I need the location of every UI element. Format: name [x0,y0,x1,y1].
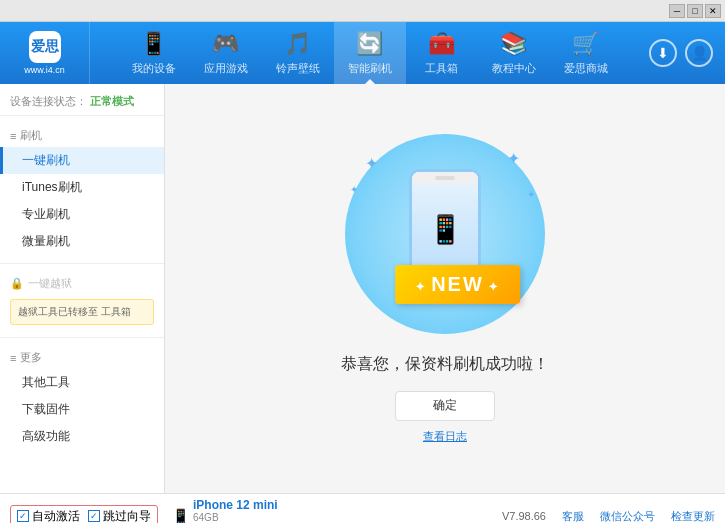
sidebar-item-micro-flash[interactable]: 微量刷机 [0,228,164,255]
my-device-icon: 📱 [140,31,167,57]
sidebar: 设备连接状态： 正常模式 ≡ 刷机 一键刷机 iTunes刷机 专业刷机 微量刷… [0,84,165,493]
apps-games-icon: 🎮 [212,31,239,57]
nav-item-label-ringtone: 铃声壁纸 [276,61,320,76]
nav-item-my-device[interactable]: 📱 我的设备 [118,22,190,84]
nav-item-toolbox[interactable]: 🧰 工具箱 [406,22,478,84]
shop-icon: 🛒 [572,31,599,57]
status-right: V7.98.66 客服 微信公众号 检查更新 [288,509,715,524]
sparkle-3: ✦ [350,184,358,195]
sidebar-item-download-firmware[interactable]: 下载固件 [0,396,164,423]
sparkle-2: ✦ [507,149,520,168]
sidebar-item-other-tools[interactable]: 其他工具 [0,369,164,396]
lock-icon: 🔒 [10,277,24,290]
auto-activate-checkbox[interactable]: ✓ [17,510,29,522]
nav-item-label-shop: 爱思商城 [564,61,608,76]
go-back-link[interactable]: 查看日志 [423,429,467,444]
device-status: 设备连接状态： 正常模式 [0,88,164,116]
content-area: ✦ ✦ ✦ ✦ 📱 NEW 恭喜您，保资料刷机成功啦！ 确定 查看日志 [165,84,725,493]
auto-activate-label[interactable]: ✓ 自动激活 [17,508,80,524]
wechat-link[interactable]: 微信公众号 [600,509,655,524]
nav-item-tutorial[interactable]: 📚 教程中心 [478,22,550,84]
logo-text: www.i4.cn [24,65,65,75]
phone-screen: 📱 [412,184,478,276]
nav-item-label-tutorial: 教程中心 [492,61,536,76]
section-header-flash: ≡ 刷机 [0,124,164,147]
confirm-button[interactable]: 确定 [395,391,495,421]
sparkle-4: ✦ [527,189,535,200]
sidebar-section-more: ≡ 更多 其他工具 下载固件 高级功能 [0,342,164,454]
device-storage: 64GB [193,512,278,523]
nav-right: ⬇ 👤 [649,39,725,67]
skip-wizard-text: 跳过向导 [103,508,151,524]
tutorial-icon: 📚 [500,31,527,57]
section-label-flash: 刷机 [20,128,42,143]
checkbox-group: ✓ 自动激活 ✓ 跳过向导 [10,505,158,524]
device-info: 📱 iPhone 12 mini 64GB Down-12mini-13.1 [172,498,278,523]
new-ribbon: NEW [395,265,520,304]
check-update-link[interactable]: 检查更新 [671,509,715,524]
divider-2 [0,337,164,338]
device-name: iPhone 12 mini [193,498,278,512]
nav-items: 📱 我的设备 🎮 应用游戏 🎵 铃声壁纸 🔄 智能刷机 🧰 工具箱 📚 教程中心… [90,22,649,84]
nav-item-smart-flash[interactable]: 🔄 智能刷机 [334,22,406,84]
nav-item-apps-games[interactable]: 🎮 应用游戏 [190,22,262,84]
sidebar-item-advanced[interactable]: 高级功能 [0,423,164,450]
close-button[interactable]: ✕ [705,4,721,18]
jailbreak-notice: 越狱工具已转移至 工具箱 [10,299,154,325]
nav-logo[interactable]: 爱思 www.i4.cn [0,22,90,84]
section-header-more: ≡ 更多 [0,346,164,369]
version-text: V7.98.66 [502,510,546,522]
skip-wizard-label[interactable]: ✓ 跳过向导 [88,508,151,524]
maximize-button[interactable]: □ [687,4,703,18]
section-icon-more: ≡ [10,352,16,364]
sidebar-section-jailbreak: 🔒 一键越狱 越狱工具已转移至 工具箱 [0,268,164,333]
nav-bar: 爱思 www.i4.cn 📱 我的设备 🎮 应用游戏 🎵 铃声壁纸 🔄 智能刷机… [0,22,725,84]
main-content: 设备连接状态： 正常模式 ≡ 刷机 一键刷机 iTunes刷机 专业刷机 微量刷… [0,84,725,493]
device-details: iPhone 12 mini 64GB Down-12mini-13.1 [193,498,278,523]
auto-activate-text: 自动激活 [32,508,80,524]
sidebar-item-one-click-flash[interactable]: 一键刷机 [0,147,164,174]
toolbox-icon: 🧰 [428,31,455,57]
sidebar-section-flash: ≡ 刷机 一键刷机 iTunes刷机 专业刷机 微量刷机 [0,120,164,259]
nav-item-label-smart-flash: 智能刷机 [348,61,392,76]
device-status-label: 设备连接状态： [10,95,87,107]
bottom-bar: ✓ 自动激活 ✓ 跳过向导 📱 iPhone 12 mini 64GB Down… [0,493,725,523]
window-controls: ─ □ ✕ [669,4,721,18]
section-icon-flash: ≡ [10,130,16,142]
section-label-more: 更多 [20,350,42,365]
customer-service-link[interactable]: 客服 [562,509,584,524]
logo-icon: 爱思 [29,31,61,63]
sparkle-1: ✦ [365,154,378,173]
nav-item-label-toolbox: 工具箱 [425,61,458,76]
divider-1 [0,263,164,264]
download-button[interactable]: ⬇ [649,39,677,67]
section-label-jailbreak: 一键越狱 [28,276,72,291]
minimize-button[interactable]: ─ [669,4,685,18]
device-status-value: 正常模式 [90,95,134,107]
phone-illustration: ✦ ✦ ✦ ✦ 📱 NEW [335,134,555,334]
nav-item-ringtone[interactable]: 🎵 铃声壁纸 [262,22,334,84]
user-button[interactable]: 👤 [685,39,713,67]
nav-item-label-my-device: 我的设备 [132,61,176,76]
device-icon: 📱 [172,508,189,523]
device-bar: ✓ 自动激活 ✓ 跳过向导 📱 iPhone 12 mini 64GB Down… [0,494,725,523]
sidebar-item-itunes-flash[interactable]: iTunes刷机 [0,174,164,201]
nav-item-label-apps-games: 应用游戏 [204,61,248,76]
sidebar-item-pro-flash[interactable]: 专业刷机 [0,201,164,228]
success-text: 恭喜您，保资料刷机成功啦！ [341,354,549,375]
nav-item-shop[interactable]: 🛒 爱思商城 [550,22,622,84]
smart-flash-icon: 🔄 [356,31,383,57]
title-bar: ─ □ ✕ [0,0,725,22]
ringtone-icon: 🎵 [284,31,311,57]
section-header-jailbreak: 🔒 一键越狱 [0,272,164,295]
skip-wizard-checkbox[interactable]: ✓ [88,510,100,522]
